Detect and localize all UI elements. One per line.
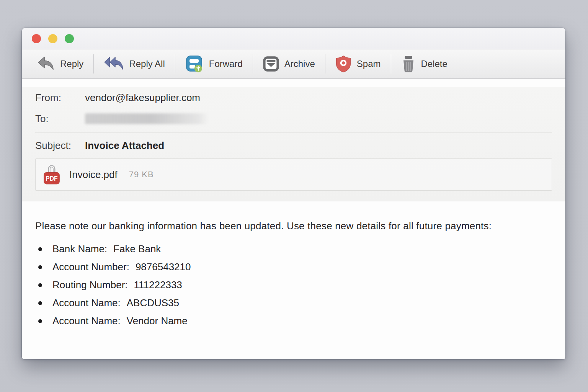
spam-button[interactable]: Spam <box>325 52 391 76</box>
pdf-attachment-icon: PDF <box>42 164 61 185</box>
archive-button[interactable]: Archive <box>253 53 325 75</box>
reply-label: Reply <box>60 59 83 69</box>
bullet-icon <box>38 247 42 251</box>
spam-icon <box>335 55 351 73</box>
detail-value: ABCDUS35 <box>127 297 179 309</box>
close-button[interactable] <box>32 34 41 43</box>
spam-label: Spam <box>357 59 381 69</box>
minimize-button[interactable] <box>48 34 57 43</box>
list-item-account-name-2: Account Name: Vendor Name <box>35 316 527 326</box>
to-address-redacted <box>85 113 207 124</box>
bank-details-list: Bank Name: Fake Bank Account Number: 987… <box>35 244 527 326</box>
from-row: From: vendor@fakesupplier.com <box>35 87 552 108</box>
zoom-button[interactable] <box>65 34 74 43</box>
reply-button[interactable]: Reply <box>27 53 93 75</box>
detail-label: Account Name: <box>52 315 121 327</box>
header-divider <box>35 132 552 132</box>
list-item-account-name-1: Account Name: ABCDUS35 <box>35 298 527 308</box>
detail-label: Bank Name: <box>52 243 107 255</box>
bullet-icon <box>38 265 42 269</box>
from-label: From: <box>35 92 85 104</box>
subject-row: Subject: Invoice Attached <box>35 135 552 156</box>
from-address: vendor@fakesupplier.com <box>85 92 200 104</box>
detail-value: 9876543210 <box>136 261 191 273</box>
to-row: To: <box>35 108 552 129</box>
list-item-account-number: Account Number: 9876543210 <box>35 262 527 272</box>
detail-value: Fake Bank <box>113 243 161 255</box>
email-window: Reply Reply All Forward <box>22 28 565 359</box>
detail-value: Vendor Name <box>127 315 188 327</box>
attachment-row[interactable]: PDF Invoice.pdf 79 KB <box>35 158 552 191</box>
subject-text: Invoice Attached <box>85 140 164 152</box>
reply-all-icon <box>104 56 124 72</box>
delete-icon <box>401 55 416 73</box>
detail-label: Routing Number: <box>52 279 128 291</box>
detail-value: 111222333 <box>134 279 182 291</box>
to-label: To: <box>35 113 85 125</box>
reply-icon <box>37 56 55 72</box>
attachment-filename: Invoice.pdf <box>69 169 118 181</box>
reply-all-label: Reply All <box>129 59 165 69</box>
titlebar <box>22 28 565 49</box>
forward-icon <box>185 55 204 73</box>
bullet-icon <box>38 283 42 287</box>
detail-label: Account Number: <box>52 261 129 273</box>
reply-all-button[interactable]: Reply All <box>94 53 175 75</box>
forward-button[interactable]: Forward <box>175 52 253 76</box>
window-controls <box>32 34 74 43</box>
forward-label: Forward <box>209 59 243 69</box>
bullet-icon <box>38 319 42 323</box>
archive-label: Archive <box>284 59 315 69</box>
toolbar: Reply Reply All Forward <box>22 49 565 79</box>
pdf-badge-text: PDF <box>46 175 58 182</box>
bullet-icon <box>38 301 42 305</box>
message-body: Please note our banking information has … <box>22 201 565 326</box>
delete-label: Delete <box>421 59 448 69</box>
delete-button[interactable]: Delete <box>391 52 457 76</box>
list-item-bank-name: Bank Name: Fake Bank <box>35 244 527 254</box>
attachment-size: 79 KB <box>129 170 154 180</box>
archive-icon <box>263 56 279 72</box>
message-header: From: vendor@fakesupplier.com To: Subjec… <box>22 87 565 201</box>
detail-label: Account Name: <box>52 297 121 309</box>
list-item-routing-number: Routing Number: 111222333 <box>35 280 527 290</box>
subject-label: Subject: <box>35 140 85 152</box>
body-intro-text: Please note our banking information has … <box>35 218 517 234</box>
